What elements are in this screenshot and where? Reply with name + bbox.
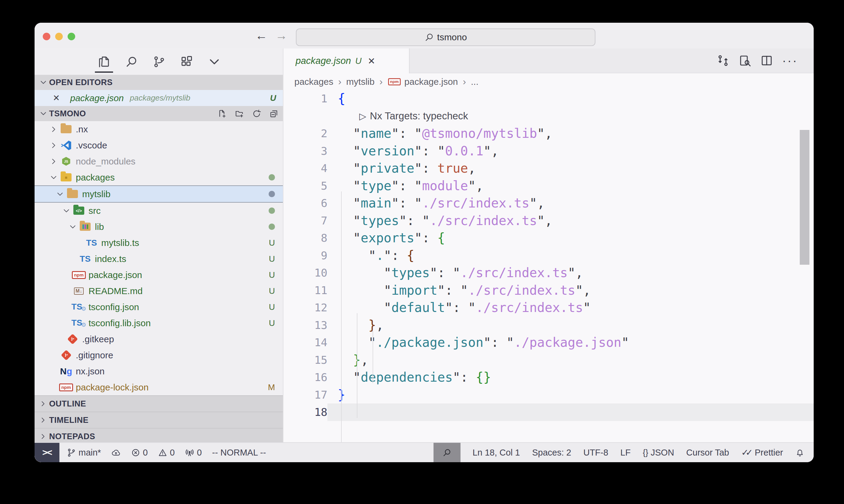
tree-item-package-lock.json[interactable]: npmpackage-lock.jsonM — [35, 379, 283, 395]
code-line-14[interactable]: 14 "./package.json": "./package.json" — [283, 334, 814, 352]
code-line-4[interactable]: 4 "private": true, — [283, 160, 814, 177]
statusbar-label: 0 — [197, 448, 202, 458]
tree-item-mytslib[interactable]: mytslib — [35, 185, 283, 203]
tree-item-tsconfig.json[interactable]: TS⚙tsconfig.jsonU — [35, 299, 283, 315]
tree-item-node-modules[interactable]: JSnode_modules — [35, 153, 283, 169]
tree-item-lib[interactable]: lib — [35, 219, 283, 235]
more-actions-icon[interactable]: ··· — [782, 54, 798, 68]
pane-header-outline[interactable]: OUTLINE — [35, 396, 283, 412]
tree-item-.vscode[interactable]: .vscode — [35, 137, 283, 153]
tree-item-tsconfig.lib.json[interactable]: TS⚙tsconfig.lib.jsonU — [35, 315, 283, 331]
new-file-icon[interactable] — [217, 109, 227, 119]
breadcrumb-item[interactable]: packages — [294, 77, 333, 87]
tree-item-nx.json[interactable]: Nɡnx.json — [35, 363, 283, 379]
pane-header-timeline[interactable]: TIMELINE — [35, 412, 283, 429]
split-editor-icon[interactable] — [760, 54, 773, 67]
statusbar-label: UTF-8 — [583, 448, 608, 458]
code-line-17[interactable]: 17} — [283, 386, 814, 404]
statusbar-language-mode[interactable]: {}JSON — [643, 448, 674, 458]
titlebar: ← → tsmono — [35, 23, 814, 49]
open-changes-icon[interactable] — [717, 54, 729, 67]
ts-icon: TS — [86, 239, 97, 247]
statusbar-cursor-position[interactable]: Ln 18, Col 1 — [472, 448, 520, 458]
code-line-1[interactable]: 1{ — [283, 90, 814, 108]
statusbar-encoding[interactable]: UTF-8 — [583, 448, 608, 458]
code-line-7[interactable]: 7 "types": "./src/index.ts", — [283, 212, 814, 230]
chevron-down-icon[interactable] — [50, 174, 57, 181]
code-editor[interactable]: 1{▷Nx Targets: typecheck2 "name": "@tsmo… — [283, 90, 814, 442]
collapse-all-icon[interactable] — [269, 109, 279, 119]
open-editors-header[interactable]: OPEN EDITORS — [35, 75, 283, 90]
back-arrow-icon[interactable]: ← — [255, 29, 268, 42]
code-line-6[interactable]: 6 "main": "./src/index.ts", — [283, 195, 814, 212]
chevron-down-icon[interactable] — [63, 207, 70, 215]
minimize-window-button[interactable] — [55, 33, 63, 40]
code-line-10[interactable]: 10 "types": "./src/index.ts", — [283, 264, 814, 282]
remote-indicator[interactable]: >< — [35, 443, 59, 462]
breadcrumb-label: packages — [294, 77, 333, 87]
breadcrumb-item[interactable]: npmpackage.json — [387, 77, 458, 87]
close-icon[interactable]: ✕ — [53, 93, 60, 103]
chevron-right-icon[interactable] — [50, 158, 57, 165]
statusbar-sync[interactable] — [111, 448, 121, 457]
code-line-15[interactable]: 15 }, — [283, 352, 814, 369]
tree-item-package.json[interactable]: npmpackage.jsonU — [35, 267, 283, 283]
chevron-down-icon[interactable] — [208, 55, 221, 69]
search-icon[interactable] — [125, 55, 138, 69]
statusbar-git-branch[interactable]: main* — [67, 448, 101, 458]
code-line-8[interactable]: 8 "exports": { — [283, 229, 814, 247]
maximize-window-button[interactable] — [68, 33, 75, 40]
tree-item-.gitignore[interactable]: .gitignore — [35, 347, 283, 363]
statusbar-vim-mode[interactable]: -- NORMAL -- — [212, 448, 266, 458]
chevron-down-icon[interactable] — [56, 190, 64, 198]
code-line-12[interactable]: 12 "default": "./src/index.ts" — [283, 299, 814, 317]
command-center-search[interactable]: tsmono — [296, 29, 596, 46]
open-preview-icon[interactable] — [739, 54, 751, 67]
line-number: 10 — [283, 267, 327, 279]
code-line-5[interactable]: 5 "type": "module", — [283, 177, 814, 195]
new-folder-icon[interactable] — [235, 109, 244, 119]
tree-item-index.ts[interactable]: TSindex.tsU — [35, 251, 283, 267]
code-line-18[interactable]: 18 — [283, 403, 814, 421]
chevron-right-icon[interactable] — [50, 125, 57, 133]
statusbar-errors[interactable]: 0 — [131, 448, 148, 458]
breadcrumb-item[interactable]: mytslib — [346, 77, 374, 87]
statusbar-indentation[interactable]: Spaces: 2 — [532, 448, 571, 458]
tree-item-label: tsconfig.json — [88, 302, 139, 312]
code-line-16[interactable]: 16 "dependencies": {} — [283, 368, 814, 386]
code-line-11[interactable]: 11 "import": "./src/index.ts", — [283, 282, 814, 299]
files-icon[interactable] — [97, 55, 111, 69]
tree-item-.gitkeep[interactable]: .gitkeep — [35, 331, 283, 347]
statusbar-ports[interactable]: 0 — [185, 448, 202, 458]
statusbar-notifications[interactable] — [795, 448, 805, 457]
tree-item-.nx[interactable]: .nx — [35, 121, 283, 137]
statusbar-eol[interactable]: LF — [620, 448, 631, 458]
explorer-section-header[interactable]: TSMONO — [35, 106, 283, 121]
chevron-right-icon[interactable] — [50, 141, 57, 149]
statusbar-zoom-indicator[interactable] — [433, 443, 461, 462]
code-line-3[interactable]: 3 "version": "0.0.1", — [283, 142, 814, 160]
chevron-down-icon[interactable] — [69, 223, 77, 231]
tree-item-src[interactable]: </>src — [35, 203, 283, 219]
close-window-button[interactable] — [43, 33, 50, 40]
play-icon[interactable]: ▷ — [359, 111, 366, 122]
breadcrumb-item[interactable]: ... — [471, 77, 478, 87]
refresh-icon[interactable] — [252, 109, 261, 119]
extensions-icon[interactable] — [180, 55, 193, 69]
code-line-9[interactable]: 9 ".": { — [283, 247, 814, 265]
code-line-2[interactable]: 2 "name": "@tsmono/mytslib", — [283, 125, 814, 142]
close-icon[interactable]: ✕ — [368, 56, 375, 66]
forward-arrow-icon[interactable]: → — [275, 29, 288, 42]
statusbar-cursor-tab[interactable]: Cursor Tab — [686, 448, 729, 458]
open-editor-item[interactable]: ✕ package.json packages/mytslib U — [35, 90, 283, 106]
codelens-nx-targets[interactable]: ▷Nx Targets: typecheck — [283, 108, 814, 125]
tree-item-packages[interactable]: ■packages — [35, 169, 283, 185]
scrollbar-thumb[interactable] — [800, 130, 809, 265]
tab-package-json[interactable]: package.json U ✕ — [283, 49, 410, 73]
source-control-icon[interactable] — [153, 55, 166, 69]
code-line-13[interactable]: 13 }, — [283, 317, 814, 334]
statusbar-formatter[interactable]: ✓✓Prettier — [741, 447, 783, 458]
tree-item-mytslib.ts[interactable]: TSmytslib.tsU — [35, 235, 283, 251]
tree-item-readme.md[interactable]: M↓README.mdU — [35, 283, 283, 299]
statusbar-warnings[interactable]: 0 — [158, 448, 175, 458]
